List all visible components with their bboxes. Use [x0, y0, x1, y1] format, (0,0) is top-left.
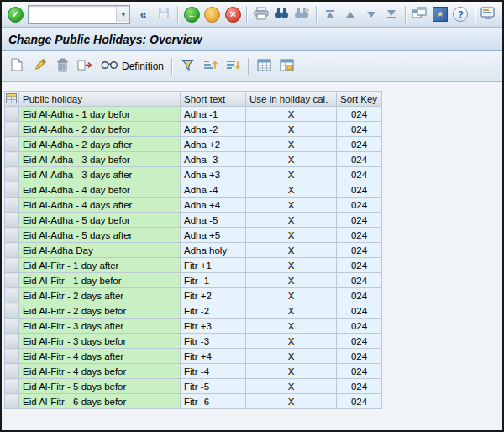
find-next-button[interactable]: [292, 4, 311, 24]
short-text-cell[interactable]: Adha -1: [181, 107, 246, 122]
row-selector[interactable]: [5, 228, 19, 243]
page-up-button[interactable]: [341, 4, 360, 24]
short-text-cell[interactable]: Adha -4: [181, 182, 246, 198]
public-holiday-cell[interactable]: Eid Al-Adha - 3 days after: [19, 167, 181, 182]
select-all-corner[interactable]: [5, 92, 19, 107]
table-row[interactable]: Eid Al-Fitr - 3 days after Fitr +3 X 024: [5, 319, 382, 334]
row-selector[interactable]: [5, 167, 19, 182]
row-selector[interactable]: [5, 198, 19, 213]
sort-key-cell[interactable]: 024: [337, 198, 382, 213]
short-text-cell[interactable]: Adha +4: [181, 198, 246, 213]
use-in-holiday-cal-cell[interactable]: X: [246, 107, 337, 122]
public-holiday-cell[interactable]: Eid Al-Adha - 4 day befor: [19, 182, 181, 198]
save-button[interactable]: [155, 4, 173, 24]
enter-button[interactable]: ✓: [6, 4, 24, 24]
use-in-holiday-cal-cell[interactable]: X: [246, 273, 337, 288]
use-in-holiday-cal-cell[interactable]: X: [246, 228, 337, 243]
first-page-button[interactable]: [321, 4, 339, 24]
table-row[interactable]: Eid Al-Adha - 5 day befor Adha -5 X 024: [5, 213, 382, 228]
create-shortcut-button[interactable]: ★: [431, 4, 449, 24]
table-row[interactable]: Eid Al-Fitr - 1 day befor Fitr -1 X 024: [5, 273, 382, 288]
sort-key-cell[interactable]: 024: [337, 364, 382, 379]
use-in-holiday-cal-cell[interactable]: X: [246, 198, 337, 213]
help-button[interactable]: ?: [451, 4, 470, 24]
table-row[interactable]: Eid Al-Adha Day Adha holy X 024: [5, 243, 382, 258]
table-row[interactable]: Eid Al-Adha - 1 day befor Adha -1 X 024: [5, 107, 382, 122]
row-selector[interactable]: [5, 213, 19, 228]
sort-key-cell[interactable]: 024: [337, 107, 382, 122]
command-dropdown-icon[interactable]: ▼: [116, 7, 129, 22]
table-row[interactable]: Eid Al-Adha - 4 days after Adha +4 X 024: [5, 198, 382, 213]
table-row[interactable]: Eid Al-Fitr - 2 days befor Fitr -2 X 024: [5, 303, 382, 319]
short-text-cell[interactable]: Fitr +4: [181, 349, 246, 364]
short-text-cell[interactable]: Fitr -4: [181, 364, 246, 379]
print-button[interactable]: [251, 4, 270, 24]
table-row[interactable]: Eid Al-Fitr - 3 days befor Fitr -3 X 024: [5, 334, 382, 349]
sort-key-cell[interactable]: 024: [337, 213, 382, 228]
row-selector[interactable]: [5, 273, 19, 288]
column-header-use-in-holiday-cal[interactable]: Use in holiday cal.: [246, 92, 337, 107]
use-in-holiday-cal-cell[interactable]: X: [246, 182, 337, 198]
use-in-holiday-cal-cell[interactable]: X: [246, 364, 337, 379]
column-header-short-text[interactable]: Short text: [181, 92, 246, 107]
sort-key-cell[interactable]: 024: [337, 379, 382, 394]
short-text-cell[interactable]: Fitr -2: [181, 303, 246, 319]
sort-key-cell[interactable]: 024: [337, 228, 382, 243]
delete-button[interactable]: [52, 55, 72, 77]
use-in-holiday-cal-cell[interactable]: X: [246, 319, 337, 334]
table-row[interactable]: Eid Al-Fitr - 1 day after Fitr +1 X 024: [5, 258, 382, 273]
public-holiday-cell[interactable]: Eid Al-Adha - 1 day befor: [19, 107, 181, 122]
sort-key-cell[interactable]: 024: [337, 303, 382, 319]
row-selector[interactable]: [5, 288, 19, 303]
back-button[interactable]: ←: [182, 4, 201, 24]
edit-button[interactable]: [29, 55, 50, 77]
new-session-button[interactable]: [410, 4, 428, 24]
public-holiday-cell[interactable]: Eid Al-Fitr - 1 day befor: [19, 273, 181, 288]
sort-key-cell[interactable]: 024: [337, 273, 382, 288]
short-text-cell[interactable]: Adha +2: [181, 137, 246, 152]
public-holiday-cell[interactable]: Eid Al-Fitr - 2 days after: [19, 288, 181, 303]
table-row[interactable]: Eid Al-Adha - 3 days after Adha +3 X 024: [5, 167, 382, 182]
short-text-cell[interactable]: Fitr +1: [181, 258, 246, 273]
use-in-holiday-cal-cell[interactable]: X: [246, 394, 337, 409]
public-holiday-cell[interactable]: Eid Al-Adha - 2 days after: [19, 137, 181, 152]
short-text-cell[interactable]: Fitr -3: [181, 334, 246, 349]
sort-key-cell[interactable]: 024: [337, 349, 382, 364]
sort-key-cell[interactable]: 024: [337, 152, 382, 167]
use-in-holiday-cal-cell[interactable]: X: [246, 137, 337, 152]
row-selector[interactable]: [5, 152, 19, 167]
table-row[interactable]: Eid Al-Fitr - 4 days befor Fitr -4 X 024: [5, 364, 382, 379]
row-selector[interactable]: [5, 349, 19, 364]
sort-ascending-button[interactable]: [200, 55, 220, 77]
row-selector[interactable]: [5, 137, 19, 152]
short-text-cell[interactable]: Fitr +2: [181, 288, 246, 303]
row-selector[interactable]: [5, 258, 19, 273]
public-holiday-cell[interactable]: Eid Al-Fitr - 1 day after: [19, 258, 181, 273]
row-selector[interactable]: [5, 394, 19, 409]
definition-button[interactable]: Definition: [98, 55, 166, 77]
sort-descending-button[interactable]: [223, 55, 243, 77]
row-selector[interactable]: [5, 364, 19, 379]
public-holiday-cell[interactable]: Eid Al-Fitr - 3 days after: [19, 319, 181, 334]
short-text-cell[interactable]: Fitr -6: [181, 394, 246, 409]
table-view-button[interactable]: [254, 55, 274, 77]
row-selector[interactable]: [5, 379, 19, 394]
short-text-cell[interactable]: Fitr +3: [181, 319, 246, 334]
public-holiday-cell[interactable]: Eid Al-Adha Day: [19, 243, 181, 258]
short-text-cell[interactable]: Adha +3: [181, 167, 246, 182]
public-holiday-cell[interactable]: Eid Al-Adha - 5 days after: [19, 228, 181, 243]
table-row[interactable]: Eid Al-Adha - 2 days after Adha +2 X 024: [5, 137, 382, 152]
short-text-cell[interactable]: Adha -5: [181, 213, 246, 228]
row-selector[interactable]: [5, 182, 19, 198]
row-selector[interactable]: [5, 334, 19, 349]
sort-key-cell[interactable]: 024: [337, 319, 382, 334]
table-row[interactable]: Eid Al-Fitr - 4 days after Fitr +4 X 024: [5, 349, 382, 364]
table-row[interactable]: Eid Al-Adha - 5 days after Adha +5 X 024: [5, 228, 382, 243]
sort-key-cell[interactable]: 024: [337, 258, 382, 273]
sort-key-cell[interactable]: 024: [337, 394, 382, 409]
table-row[interactable]: Eid Al-Adha - 4 day befor Adha -4 X 024: [5, 182, 382, 198]
sort-key-cell[interactable]: 024: [337, 288, 382, 303]
copy-button[interactable]: [75, 55, 96, 77]
short-text-cell[interactable]: Adha -2: [181, 122, 246, 137]
use-in-holiday-cal-cell[interactable]: X: [246, 243, 337, 258]
